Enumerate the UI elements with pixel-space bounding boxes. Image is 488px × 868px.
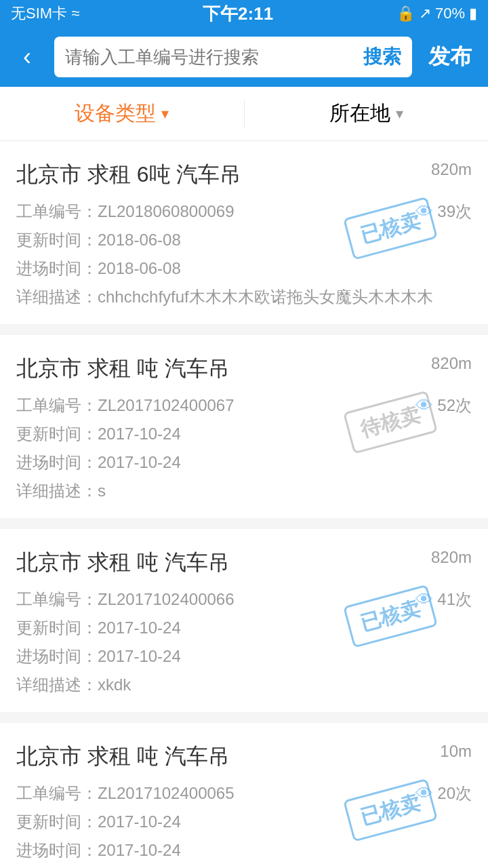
list-item[interactable]: 北京市 求租 吨 汽车吊 820m 工单编号：ZL2017102400067 👁… (0, 335, 488, 518)
location-label: 所在地 (329, 100, 390, 127)
entry-date: 进场时间：2018-06-08 (16, 258, 472, 279)
order-no: 工单编号：ZL2017102400066 (16, 589, 235, 610)
entry-date: 进场时间：2017-10-24 (16, 840, 472, 861)
item-header: 北京市 求租 吨 汽车吊 820m (16, 354, 472, 384)
status-left: 无SIM卡 ≈ (11, 3, 79, 24)
filter-device-type[interactable]: 设备类型 ▾ (0, 100, 244, 127)
item-distance: 820m (431, 548, 472, 567)
location-arrow-icon: ▾ (396, 105, 403, 123)
battery-label: 70% (435, 5, 465, 22)
order-no: 工单编号：ZL2017102400065 (16, 783, 235, 804)
search-input[interactable] (65, 47, 357, 68)
entry-date: 进场时间：2017-10-24 (16, 646, 472, 667)
item-desc: 详细描述：chhchchfyfuf木木木木欧诺拖头女魔头木木木木 (16, 286, 472, 308)
status-right: 🔒 ↗ 70% ▮ (396, 5, 477, 22)
item-distance: 820m (431, 160, 472, 179)
item-distance: 820m (431, 354, 472, 373)
location-icon: ↗ (419, 5, 431, 22)
list-item[interactable]: 北京市 求租 吨 汽车吊 820m 工单编号：ZL2017102400066 👁… (0, 529, 488, 712)
list-item[interactable]: 北京市 求租 6吨 汽车吊 820m 工单编号：ZL2018060800069 … (0, 141, 488, 324)
item-distance: 10m (440, 742, 472, 761)
item-list: 北京市 求租 6吨 汽车吊 820m 工单编号：ZL2018060800069 … (0, 141, 488, 868)
search-box: 搜索 (54, 37, 412, 77)
search-button[interactable]: 搜索 (363, 44, 401, 70)
views-count: 41次 (437, 589, 472, 610)
views-count: 20次 (437, 783, 472, 804)
nav-bar: ‹ 搜索 发布 (0, 27, 488, 87)
views-count: 52次 (437, 395, 472, 416)
list-item[interactable]: 北京市 求租 吨 汽车吊 10m 工单编号：ZL2017102400065 👁 … (0, 723, 488, 868)
views-count: 39次 (437, 201, 472, 222)
item-title: 北京市 求租 6吨 汽车吊 (16, 160, 241, 190)
lock-icon: 🔒 (396, 5, 415, 22)
battery-icon: ▮ (469, 5, 477, 22)
status-bar: 无SIM卡 ≈ 下午2:11 🔒 ↗ 70% ▮ (0, 0, 488, 27)
device-type-label: 设备类型 (75, 100, 156, 127)
device-type-arrow-icon: ▾ (161, 105, 169, 123)
item-title: 北京市 求租 吨 汽车吊 (16, 354, 230, 384)
item-header: 北京市 求租 6吨 汽车吊 820m (16, 160, 472, 190)
back-button[interactable]: ‹ (11, 43, 43, 71)
item-title: 北京市 求租 吨 汽车吊 (16, 548, 230, 578)
item-title: 北京市 求租 吨 汽车吊 (16, 742, 230, 772)
item-header: 北京市 求租 吨 汽车吊 820m (16, 548, 472, 578)
no-sim-label: 无SIM卡 ≈ (11, 3, 79, 24)
publish-button[interactable]: 发布 (423, 42, 477, 72)
filter-location[interactable]: 所在地 ▾ (245, 100, 489, 127)
filter-bar: 设备类型 ▾ 所在地 ▾ (0, 87, 488, 141)
entry-date: 进场时间：2017-10-24 (16, 452, 472, 473)
status-time: 下午2:11 (203, 2, 273, 26)
item-desc: 详细描述：xkdk (16, 674, 472, 696)
item-header: 北京市 求租 吨 汽车吊 10m (16, 742, 472, 772)
order-no: 工单编号：ZL2018060800069 (16, 201, 235, 222)
order-no: 工单编号：ZL2017102400067 (16, 395, 235, 416)
item-desc: 详细描述：s (16, 480, 472, 502)
